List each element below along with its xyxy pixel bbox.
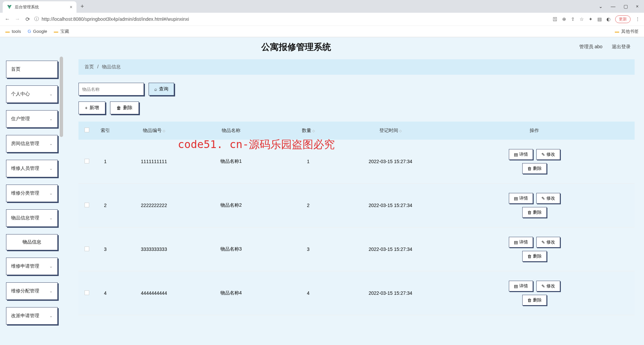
sidebar-item-3[interactable]: 房间信息管理⌄	[6, 135, 58, 152]
detail-button[interactable]: ▤ 详情	[509, 237, 533, 248]
col-header-code[interactable]: 物品编号◇	[115, 128, 193, 134]
pencil-icon: ✎	[541, 240, 545, 245]
cell-time: 2022-03-15 15:27:34	[347, 247, 434, 252]
trash-icon: 🗑	[527, 254, 532, 259]
back-button[interactable]: ←	[4, 16, 11, 22]
detail-button[interactable]: ▤ 详情	[509, 149, 533, 160]
col-header-name[interactable]: 物品名称	[193, 128, 270, 134]
zoom-icon[interactable]: ⊕	[562, 16, 566, 22]
star-icon[interactable]: ☆	[580, 16, 584, 22]
bookmark-tools[interactable]: ▬tools	[5, 29, 21, 34]
cell-code: 4444444444	[115, 290, 193, 296]
sidebar-item-5[interactable]: 维修分类管理⌄	[6, 185, 58, 202]
edit-button[interactable]: ✎ 修改	[536, 237, 560, 248]
sidebar-item-6[interactable]: 物品信息管理⌄	[6, 209, 58, 227]
folder-icon: ▬	[5, 29, 10, 34]
delete-button[interactable]: 🗑 删除	[110, 101, 139, 114]
edit-button[interactable]: ✎ 修改	[536, 193, 560, 204]
add-button[interactable]: + 新增	[78, 101, 105, 114]
menu-icon[interactable]: ⋮	[635, 16, 640, 22]
bookmark-google[interactable]: GGoogle	[28, 29, 47, 34]
sort-icon: ◇	[312, 129, 315, 133]
sidebar-item-2[interactable]: 住户管理⌄	[6, 110, 58, 128]
breadcrumb-sep: /	[97, 64, 99, 69]
row-delete-button[interactable]: 🗑 删除	[522, 163, 547, 174]
sidebar-item-4[interactable]: 维修人员管理⌄	[6, 160, 58, 177]
address-bar: ← → ⟳ ⓘ http://localhost:8080/springboot…	[0, 13, 644, 25]
row-checkbox[interactable]	[85, 159, 89, 163]
col-header-index[interactable]: 索引	[95, 128, 115, 134]
sort-icon: ◇	[163, 129, 165, 133]
sidebar-item-7[interactable]: 维修申请管理⌄	[6, 258, 58, 275]
pencil-icon: ✎	[541, 196, 545, 201]
bookmark-treasure[interactable]: ▬宝藏	[54, 28, 69, 34]
cell-index: 1	[95, 159, 115, 164]
update-button[interactable]: 更新	[615, 15, 631, 23]
breadcrumb-home[interactable]: 首页	[85, 64, 94, 69]
new-tab-button[interactable]: +	[80, 3, 84, 10]
bookmark-other[interactable]: ▬其他书签	[615, 28, 639, 34]
search-input[interactable]	[78, 83, 144, 95]
puzzle-icon[interactable]: ✦	[589, 16, 593, 22]
close-window-icon[interactable]: ×	[636, 4, 639, 9]
detail-button[interactable]: ▤ 详情	[509, 281, 533, 291]
sidebar-item-label: 改派申请管理	[11, 313, 39, 319]
url-text: http://localhost:8080/springboot3lx4p/ad…	[42, 16, 189, 22]
chevron-down-icon: ⌄	[49, 166, 53, 171]
action-row: + 新增 🗑 删除	[78, 101, 635, 114]
cell-time: 2022-03-15 15:27:34	[347, 290, 434, 296]
sidebar-sub-item[interactable]: 物品信息	[6, 234, 58, 250]
reading-icon[interactable]: ▤	[597, 16, 602, 22]
key-icon[interactable]: ⚿	[553, 16, 557, 22]
edit-button[interactable]: ✎ 修改	[536, 149, 560, 160]
maximize-icon[interactable]: ▢	[624, 4, 628, 9]
edit-button[interactable]: ✎ 修改	[536, 281, 560, 291]
cell-qty: 1	[270, 159, 347, 164]
row-checkbox[interactable]	[85, 290, 89, 295]
reload-button[interactable]: ⟳	[24, 16, 31, 22]
select-all-checkbox[interactable]	[85, 128, 89, 132]
plus-icon: +	[85, 105, 88, 111]
breadcrumb-current: 物品信息	[102, 64, 121, 69]
forward-button[interactable]: →	[14, 16, 21, 22]
chevron-down-icon[interactable]: ⌄	[599, 4, 603, 9]
sidebar-item-1[interactable]: 个人中心⌄	[6, 85, 58, 103]
sidebar-item-0[interactable]: 首页	[6, 61, 58, 78]
detail-button[interactable]: ▤ 详情	[509, 193, 533, 204]
url-box[interactable]: ⓘ http://localhost:8080/springboot3lx4p/…	[34, 16, 549, 22]
profile-icon[interactable]: ◐	[606, 16, 610, 22]
cell-index: 4	[95, 290, 115, 296]
sidebar: 首页个人中心⌄住户管理⌄房间信息管理⌄维修人员管理⌄维修分类管理⌄物品信息管理⌄…	[0, 57, 64, 345]
cell-qty: 2	[270, 203, 347, 208]
share-icon[interactable]: ⇪	[571, 16, 575, 22]
browser-chrome: 后台管理系统 × + ⌄ — ▢ × ← → ⟳ ⓘ http://localh…	[0, 0, 644, 37]
row-delete-button[interactable]: 🗑 删除	[522, 251, 547, 262]
minimize-icon[interactable]: —	[611, 4, 615, 9]
row-delete-button[interactable]: 🗑 删除	[522, 207, 547, 218]
cell-index: 3	[95, 247, 115, 252]
doc-icon: ▤	[514, 152, 518, 157]
table-header: 索引 物品编号◇ 物品名称 数量◇ 登记时间◇ 操作	[78, 122, 635, 140]
row-delete-button[interactable]: 🗑 删除	[522, 295, 547, 305]
scrollbar-thumb[interactable]	[60, 57, 63, 137]
col-header-qty[interactable]: 数量◇	[270, 128, 347, 134]
search-button[interactable]: ⌕ 查询	[149, 83, 174, 95]
browser-tab[interactable]: 后台管理系统 ×	[3, 1, 76, 13]
sidebar-item-9[interactable]: 改派申请管理⌄	[6, 307, 58, 325]
vue-icon	[7, 4, 12, 10]
table-row: 33333333333物品名称332022-03-15 15:27:34▤ 详情…	[78, 227, 635, 271]
sidebar-item-label: 房间信息管理	[11, 141, 39, 147]
scrollbar-track	[60, 57, 63, 345]
table-row: 11111111111物品名称112022-03-15 15:27:34▤ 详情…	[78, 140, 635, 184]
chevron-down-icon: ⌄	[49, 92, 53, 96]
sidebar-item-label: 首页	[11, 66, 20, 72]
logout-link[interactable]: 退出登录	[612, 44, 631, 50]
pencil-icon: ✎	[541, 284, 545, 289]
sidebar-item-8[interactable]: 维修分配管理⌄	[6, 282, 58, 300]
col-header-ops: 操作	[434, 128, 635, 134]
row-checkbox[interactable]	[85, 247, 89, 251]
row-checkbox[interactable]	[85, 203, 89, 207]
col-header-time[interactable]: 登记时间◇	[347, 128, 434, 134]
close-icon[interactable]: ×	[70, 4, 72, 10]
sidebar-item-label: 物品信息管理	[11, 215, 39, 221]
